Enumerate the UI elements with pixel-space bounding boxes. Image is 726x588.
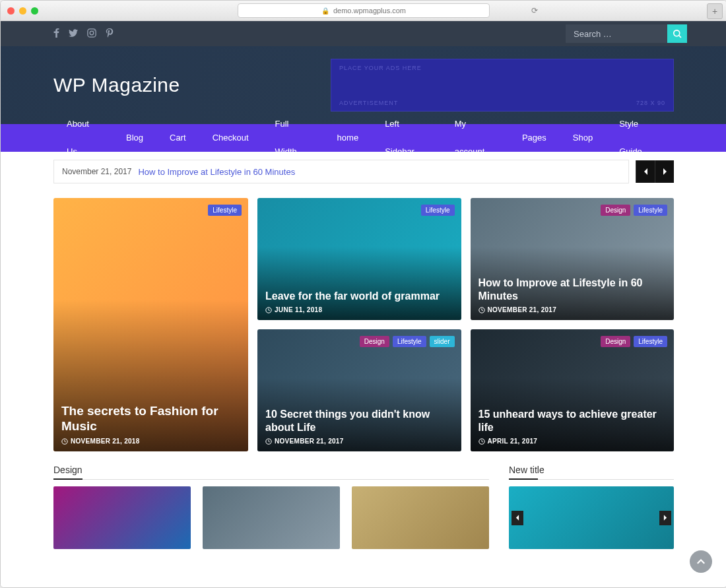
new-tab-button[interactable]: + (707, 3, 723, 19)
search-input[interactable] (566, 24, 667, 43)
card-tags: DesignLifestyleslider (360, 336, 455, 347)
category-tag[interactable]: Design (601, 336, 630, 347)
category-tag[interactable]: Lifestyle (393, 336, 426, 347)
ad-label-top: PLACE YOUR ADS HERE (339, 65, 665, 71)
card-title: 10 Secret things you didn't know about L… (265, 408, 453, 434)
ticker-prev-button[interactable] (636, 160, 655, 183)
search-button[interactable] (667, 24, 687, 43)
lock-icon: 🔒 (321, 7, 329, 15)
window-controls (7, 7, 38, 15)
facebook-icon[interactable] (53, 28, 59, 40)
card-title: How to Improve at Lifestyle in 60 Minute… (478, 277, 667, 303)
nav-item[interactable]: Style Guide (606, 110, 674, 166)
card-meta: JUNE 11, 2018 (265, 306, 453, 313)
clock-icon (265, 438, 272, 445)
card-title: The secrets to Fashion for Music (61, 403, 240, 435)
category-tag[interactable]: Lifestyle (634, 205, 667, 216)
nav-item[interactable]: Blog (113, 124, 156, 152)
card-meta: NOVEMBER 21, 2018 (61, 438, 240, 445)
card-content: The secrets to Fashion for MusicNOVEMBER… (61, 403, 240, 445)
chevron-right-icon (663, 168, 667, 175)
sidebar-next-button[interactable] (659, 511, 671, 525)
top-bar (1, 21, 726, 46)
pinterest-icon[interactable] (106, 28, 114, 40)
card-date: NOVEMBER 21, 2018 (71, 438, 140, 445)
search-form (566, 24, 687, 43)
nav-item[interactable]: About Us (53, 110, 113, 166)
header-ad[interactable]: PLACE YOUR ADS HERE ADVERTISEMENT 728 X … (331, 59, 674, 112)
nav-item[interactable]: home (324, 124, 372, 152)
ad-label-bottom-left: ADVERTISEMENT (339, 100, 398, 106)
nav-item[interactable]: My account (442, 110, 509, 166)
design-thumb[interactable] (352, 486, 489, 549)
url-text: demo.wpmagplus.com (333, 7, 406, 15)
ad-label-bottom-right: 728 X 90 (636, 100, 665, 106)
chevron-right-icon (663, 515, 667, 521)
url-bar[interactable]: 🔒 demo.wpmagplus.com (238, 3, 490, 18)
category-tag[interactable]: Lifestyle (208, 205, 242, 216)
nav-item[interactable]: Pages (509, 124, 560, 152)
sidebar-slider[interactable] (509, 486, 674, 549)
category-tag[interactable]: Design (360, 336, 389, 347)
card-content: How to Improve at Lifestyle in 60 Minute… (478, 277, 667, 313)
nav-item[interactable]: Cart (156, 124, 199, 152)
category-tag[interactable]: Lifestyle (421, 205, 455, 216)
site-title[interactable]: WP Magazine (53, 74, 180, 96)
card-tags: DesignLifestyle (601, 336, 667, 347)
card-date: NOVEMBER 21, 2017 (488, 306, 557, 313)
refresh-icon[interactable]: ⟳ (531, 6, 538, 15)
clock-icon (61, 438, 68, 445)
category-tag[interactable]: slider (430, 336, 455, 347)
clock-icon (478, 438, 485, 445)
card-date: APRIL 21, 2017 (488, 438, 538, 445)
design-thumb[interactable] (53, 486, 191, 549)
instagram-icon[interactable] (87, 28, 96, 40)
card-tags: Lifestyle (421, 205, 455, 216)
chevron-up-icon (697, 559, 705, 564)
design-thumbs (53, 486, 489, 549)
chevron-left-icon (644, 168, 648, 175)
ticker-date: November 21, 2017 (62, 167, 131, 176)
nav-item[interactable]: Full Width (262, 110, 324, 166)
page-viewport: WP Magazine PLACE YOUR ADS HERE ADVERTIS… (1, 21, 726, 587)
browser-window: 🔒 demo.wpmagplus.com ⟳ + (0, 0, 726, 588)
clock-icon (478, 307, 485, 313)
nav-item[interactable]: Left Sidebar (372, 110, 442, 166)
ticker-title: How to Improve at Lifestyle in 60 Minute… (138, 167, 295, 177)
design-section: Design (53, 465, 489, 549)
card-meta: APRIL 21, 2017 (478, 438, 667, 445)
card-content: Leave for the far world of grammarJUNE 1… (265, 290, 453, 313)
section-heading-design: Design (53, 465, 489, 480)
browser-chrome: 🔒 demo.wpmagplus.com ⟳ + (1, 1, 726, 21)
design-thumb[interactable] (203, 486, 340, 549)
featured-card[interactable]: DesignLifestyle15 unheard ways to achiev… (471, 329, 675, 451)
featured-grid: LifestyleThe secrets to Fashion for Musi… (1, 191, 726, 465)
category-tag[interactable]: Design (601, 205, 630, 216)
maximize-window-button[interactable] (31, 7, 38, 15)
clock-icon (265, 307, 272, 313)
social-links (53, 28, 114, 40)
ticker-content[interactable]: November 21, 2017 How to Improve at Life… (53, 160, 629, 183)
featured-card[interactable]: LifestyleThe secrets to Fashion for Musi… (53, 198, 248, 451)
svg-point-2 (94, 30, 94, 30)
svg-rect-0 (88, 28, 96, 36)
scroll-to-top-button[interactable] (690, 550, 712, 573)
minimize-window-button[interactable] (19, 7, 26, 15)
ticker-nav (636, 160, 674, 183)
category-tag[interactable]: Lifestyle (634, 336, 667, 347)
card-meta: NOVEMBER 21, 2017 (478, 306, 667, 313)
nav-item[interactable]: Checkout (199, 124, 262, 152)
sidebar-widget: New title (509, 465, 674, 549)
featured-card[interactable]: DesignLifestyleslider10 Secret things yo… (257, 329, 461, 451)
chevron-left-icon (515, 515, 519, 521)
ticker-next-button[interactable] (655, 160, 674, 183)
card-content: 10 Secret things you didn't know about L… (265, 408, 453, 445)
close-window-button[interactable] (7, 7, 15, 15)
sidebar-prev-button[interactable] (512, 511, 523, 525)
card-tags: Lifestyle (208, 205, 242, 216)
twitter-icon[interactable] (69, 28, 78, 40)
nav-item[interactable]: Shop (560, 124, 606, 152)
featured-card[interactable]: LifestyleLeave for the far world of gram… (257, 198, 461, 320)
featured-card[interactable]: DesignLifestyleHow to Improve at Lifesty… (471, 198, 675, 320)
card-date: JUNE 11, 2018 (275, 306, 322, 313)
